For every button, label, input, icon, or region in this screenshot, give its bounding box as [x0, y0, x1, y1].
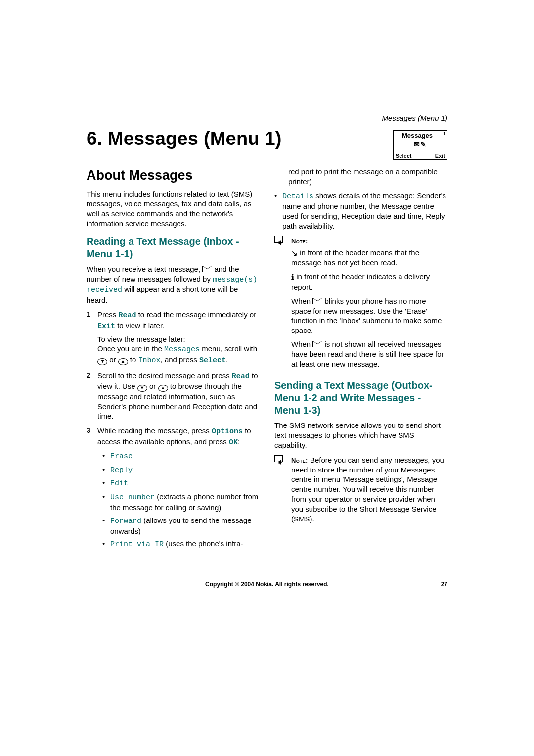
note-blink: When blinks your phone has no more space…: [291, 296, 447, 335]
note-label: Note:: [291, 237, 308, 245]
step-1-later: To view the message later: Once you are …: [97, 334, 260, 366]
phone-screen-icons: ✉✎: [394, 141, 447, 148]
step-3: While reading the message, press Options…: [87, 426, 260, 550]
about-intro: This menu includes functions related to …: [87, 189, 260, 229]
note-block-1: ➧ Note: ↘ in front of the header means t…: [274, 236, 447, 373]
down-key-icon: ▾: [97, 358, 107, 365]
opt-use-number: Use number (extracts a phone number from…: [102, 492, 260, 513]
right-column: red port to print the message on a compa…: [274, 167, 447, 555]
note-icon: ➧: [274, 236, 287, 246]
phone-softkey-right: Exit: [435, 153, 445, 159]
phone-screen-illustration: 1 Messages ✉✎ Select Exit: [393, 130, 447, 160]
envelope-icon: [312, 298, 322, 304]
print-continued: red port to print the message on a compa…: [274, 167, 447, 187]
envelope-icon: [202, 266, 212, 272]
step-1: Press Read to read the message immediate…: [87, 310, 260, 366]
reading-heading: Reading a Text Message (Inbox - Menu 1-1…: [87, 236, 260, 260]
chapter-title: 6. Messages (Menu 1): [87, 128, 282, 149]
phone-softkey-left: Select: [396, 153, 411, 159]
running-header: Messages (Menu 1): [87, 114, 447, 122]
down-key-icon: ▾: [137, 385, 147, 392]
sending-note-body: Before you can send any messages, you ne…: [291, 456, 444, 523]
arrow-in-icon: ↘: [291, 248, 298, 258]
note-delivery: ℹ in front of the header indicates a del…: [291, 272, 447, 292]
about-heading: About Messages: [87, 167, 260, 185]
reading-intro: When you receive a text message, and the…: [87, 264, 260, 305]
left-column: About Messages This menu includes functi…: [87, 167, 260, 555]
up-key-icon: ▴: [118, 358, 128, 365]
copyright: Copyright © 2004 Nokia. All rights reser…: [116, 581, 418, 588]
note-block-2: ➧ Note: Before you can send any messages…: [274, 455, 447, 524]
step-2: Scroll to the desired message and press …: [87, 371, 260, 421]
opt-details: Details shows details of the message: Se…: [274, 191, 447, 231]
note-label: Note:: [291, 457, 308, 464]
opt-reply: Reply: [102, 465, 260, 475]
opt-erase: Erase: [102, 451, 260, 462]
phone-screen-title: Messages: [394, 132, 441, 139]
opt-forward: Forward (allows you to send the message …: [102, 516, 260, 536]
note-unread: ↘ in front of the header means that the …: [291, 248, 447, 268]
page-footer: Copyright © 2004 Nokia. All rights reser…: [87, 581, 447, 588]
note-icon: ➧: [274, 455, 287, 465]
sending-heading: Sending a Text Message (Outbox- Menu 1-2…: [274, 379, 447, 417]
phone-menu-number: 1: [443, 131, 445, 136]
envelope-icon: [312, 341, 322, 347]
page-number: 27: [418, 581, 447, 588]
sending-intro: The SMS network service allows you to se…: [274, 421, 447, 450]
note-notshown: When is not shown all received messages …: [291, 339, 447, 369]
opt-print: Print via IR (uses the phone's infra-: [102, 539, 260, 550]
up-key-icon: ▴: [158, 385, 168, 392]
opt-edit: Edit: [102, 478, 260, 489]
